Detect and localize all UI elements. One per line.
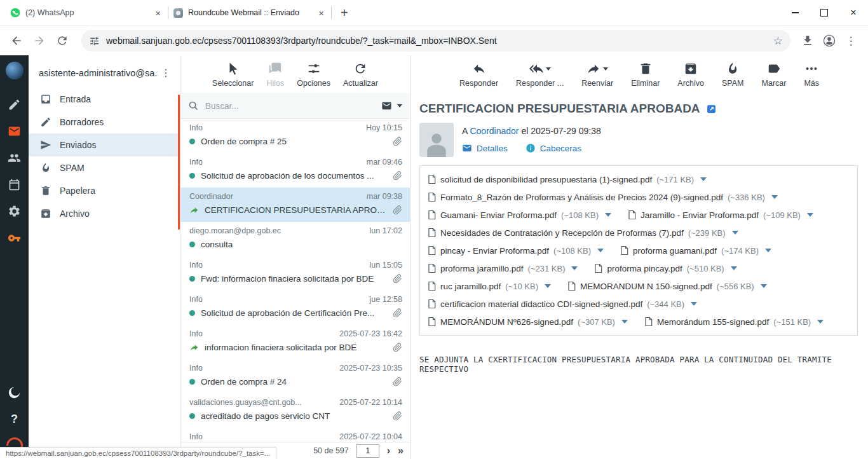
message-subject: CERTIFICACION PRESUPUESTARIA APROBADA [419,102,700,116]
message-row[interactable]: Infomar 09:46 Solicitud de aprobación de… [180,153,410,188]
search-input[interactable] [204,100,376,111]
tab-whatsapp[interactable]: (2) WhatsApp × [5,3,168,23]
threads-button[interactable]: Hilos [266,61,284,93]
attachment-chip[interactable]: certificacion material didactico CDI-sig… [428,299,697,309]
more-button[interactable]: Más [804,61,819,93]
compose-icon[interactable] [0,91,29,118]
search-options-caret[interactable] [397,104,402,107]
attachment-menu-caret[interactable] [545,284,551,288]
calendar-icon[interactable] [0,171,29,198]
details-toggle[interactable]: Detalles [462,143,508,153]
message-row[interactable]: Infolun 15:05 Fwd: informacion finaciera… [180,256,410,291]
archive-icon [40,208,51,219]
folder-scrollbar[interactable] [178,95,180,230]
reply-all-button[interactable]: Responder ... [516,61,564,93]
attachment-chip[interactable]: Jaramillo - Enviar Proforma.pdf(~109 KB) [628,210,813,220]
message-row[interactable]: Info2025-07-22 10:04 [180,428,410,442]
attachment-menu-caret[interactable] [605,213,611,217]
reply-button[interactable]: Responder [459,61,498,93]
help-icon[interactable]: ? [0,406,29,432]
recipient-link[interactable]: Coordinador [470,126,519,136]
new-tab-button[interactable]: + [332,6,357,20]
open-in-new-window-icon[interactable] [706,104,717,114]
contacts-icon[interactable] [0,144,29,171]
key-icon[interactable] [0,224,29,251]
refresh-button[interactable]: Actualizar [343,61,378,93]
back-button[interactable] [6,31,27,51]
select-button[interactable]: Seleccionar [212,61,254,93]
attachment-chip[interactable]: proforma pincay.pdf(~510 KB) [594,263,736,273]
attachment-chip[interactable]: ruc jaramillo.pdf(~10 KB) [428,281,551,291]
attachment-chip[interactable]: MEMORANDUM N 150-signed.pdf(~556 KB) [567,281,767,291]
account-menu-icon[interactable]: ⋮ [158,67,173,79]
browser-menu-icon[interactable]: ⋮ [840,30,862,51]
attachment-chip[interactable]: Formato_8_Razón de Proformas y Análisis … [428,192,778,202]
folder-spam[interactable]: SPAM [29,156,180,179]
attachment-menu-caret[interactable] [807,213,813,217]
message-row-selected[interactable]: Coordinadormar 09:38 CERTIFICACION PRESU… [180,188,410,222]
message-row[interactable]: Info2025-07-23 10:35 Orden de compra # 2… [180,359,410,394]
tab-close-icon[interactable]: × [153,8,163,18]
spam-button[interactable]: SPAM [722,61,744,93]
attachment-chip[interactable]: Necesidades de Contratación y Recepción … [428,228,738,238]
attachment-menu-caret[interactable] [700,177,707,181]
page-number-input[interactable] [356,444,379,458]
attachment-menu-caret[interactable] [597,249,604,252]
folder-archivo[interactable]: Archivo [29,202,180,225]
attachment-menu-caret[interactable] [761,284,767,288]
tab-close-icon[interactable]: × [316,8,326,18]
folder-entrada[interactable]: Entrada [29,88,180,111]
window-close-button[interactable]: × [839,0,868,25]
forward-caret[interactable] [603,67,608,71]
download-icon[interactable] [797,30,818,51]
mark-button[interactable]: Marcar [762,61,787,93]
options-button[interactable]: Opciones [297,61,330,93]
message-row[interactable]: diego.moran@dpe.gob.eclun 17:02 consulta [180,222,410,256]
site-settings-icon[interactable] [89,36,100,46]
attachment-chip[interactable]: pincay - Enviar Proforma.pdf(~108 KB) [428,245,604,256]
forward-button-toolbar[interactable]: Reenviar [581,61,613,93]
attachment-chip[interactable]: proforma jaramillo.pdf(~231 KB) [428,263,578,273]
attachment-menu-caret[interactable] [765,249,771,252]
headers-toggle[interactable]: Cabeceras [526,143,581,153]
forward-button[interactable] [29,31,50,51]
maximize-restore-button[interactable] [810,0,839,25]
message-row[interactable]: Info2025-07-23 16:42 informacion finacie… [180,325,410,359]
folder-borradores[interactable]: Borradores [29,111,180,134]
address-bar[interactable]: webmail.sanjuan.gob.ec/cpsess7001108393/… [81,30,790,51]
attachment-chip[interactable]: Guamani- Enviar Proforma.pdf(~108 KB) [428,210,611,220]
attachment-menu-caret[interactable] [571,266,578,270]
folder-papelera[interactable]: Papelera [29,179,180,202]
folder-enviados[interactable]: Enviados [29,134,180,156]
tab-roundcube[interactable]: Roundcube Webmail :: Enviado × [168,3,331,23]
attachment-chip[interactable]: proforma guamani.pdf(~174 KB) [620,245,771,256]
attachment-menu-caret[interactable] [771,195,778,199]
archive-button[interactable]: Archivo [677,61,704,93]
reload-button[interactable] [52,31,72,51]
attachment-chip[interactable]: MEMORÁNDUM Nº626-signed.pdf(~307 KB) [428,317,628,327]
bookmark-star-icon[interactable]: ☆ [773,34,783,48]
account-header[interactable]: asistente-administrativo@sa... ⋮ [29,55,180,88]
attachment-menu-caret[interactable] [621,320,628,324]
profile-avatar-icon[interactable] [818,30,840,51]
minimize-button[interactable] [780,0,810,25]
attachment-menu-caret[interactable] [817,320,824,324]
next-page-icon[interactable]: › [387,446,390,456]
delete-button[interactable]: Eliminar [631,61,660,93]
message-row[interactable]: InfoHoy 10:15 Orden de compra # 25 [180,119,410,153]
flame-icon [40,162,51,174]
mail-icon[interactable] [0,118,29,144]
settings-gear-icon[interactable] [0,198,29,224]
reply-all-caret[interactable] [546,67,551,71]
dark-mode-moon-icon[interactable] [0,379,29,406]
attachment-chip[interactable]: Memorándum 155-signed.pdf(~151 KB) [644,317,824,327]
send-icon [40,139,51,151]
attachment-menu-caret[interactable] [731,266,737,270]
attachment-menu-caret[interactable] [732,231,738,235]
message-row[interactable]: validaciones.guayas@cnt.gob...2025-07-22… [180,394,410,428]
message-row[interactable]: Infojue 12:58 Solicitud de aprobación de… [180,291,410,325]
search-scope-mail-icon[interactable] [381,100,392,111]
attachment-menu-caret[interactable] [691,302,697,306]
attachment-chip[interactable]: solicitud de disponibilidad presupuestar… [428,174,707,184]
last-page-icon[interactable]: » [398,446,403,456]
